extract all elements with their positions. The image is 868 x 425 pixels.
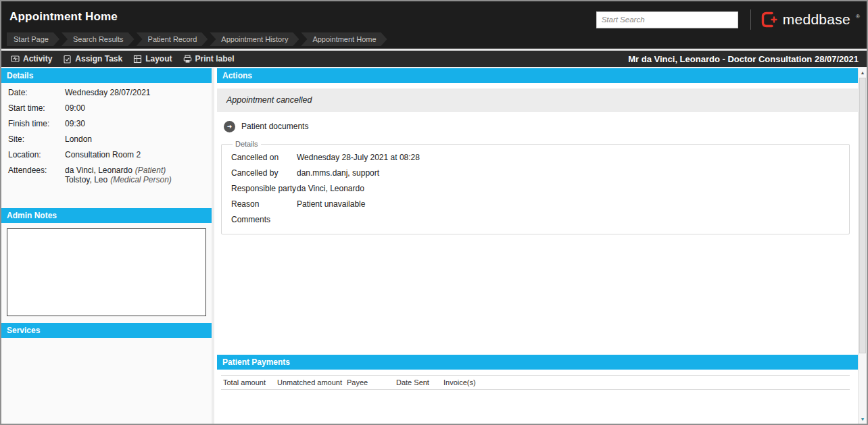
services-header: Services [1, 323, 212, 338]
cancel-row-responsible-party: Responsible party da Vinci, Leonardo [231, 184, 840, 193]
column-header-unmatched-amount: Unmatched amount [275, 376, 345, 389]
detail-label: Date: [8, 88, 65, 97]
detail-value: London [65, 134, 92, 144]
attendee-name: Tolstoy, Leo [65, 175, 107, 184]
scroll-up-arrow[interactable]: ▲ [859, 68, 867, 77]
attendee-name: da Vinci, Leonardo [65, 166, 132, 175]
content-area: Details Date: Wednesday 28/07/2021 Start… [1, 68, 867, 424]
main-panel: Actions Appointment cancelled ➜ Patient … [217, 68, 858, 424]
attendee-role: (Medical Person) [110, 175, 172, 184]
breadcrumb-item-start-page[interactable]: Start Page [7, 32, 59, 46]
detail-row-location: Location: Consultation Room 2 [8, 150, 206, 159]
print-label-button-label: Print label [195, 54, 235, 64]
cancellation-details-fieldset: Details Cancelled on Wednesday 28-July 2… [221, 140, 850, 234]
appointment-context-title: Mr da Vinci, Leonardo - Doctor Consultat… [628, 54, 859, 64]
layout-grid-icon [133, 55, 142, 64]
cancel-row-value: Wednesday 28-July 2021 at 08:28 [297, 153, 420, 162]
top-header: Appointment Home meddbase ® Start Page S… [1, 1, 867, 49]
detail-value: Consultation Room 2 [65, 150, 141, 159]
column-header-invoices: Invoice(s) [441, 376, 850, 389]
cancel-row-cancelled-on: Cancelled on Wednesday 28-July 2021 at 0… [231, 153, 840, 162]
activity-button[interactable]: Activity [5, 51, 57, 67]
attendee-role: (Patient) [135, 166, 166, 175]
logo-text: meddbase [783, 11, 850, 28]
breadcrumb-item-appointment-history[interactable]: Appointment History [210, 32, 299, 46]
cancel-row-cancelled-by: Cancelled by dan.mms.danj, support [231, 169, 840, 178]
detail-label: Attendees: [8, 166, 65, 184]
column-header-total-amount: Total amount [221, 376, 275, 389]
cancel-row-label: Reason [231, 200, 297, 209]
breadcrumb-item-search-results[interactable]: Search Results [62, 32, 135, 46]
cancel-row-value: dan.mms.danj, support [297, 169, 379, 178]
app-window: Appointment Home meddbase ® Start Page S… [0, 0, 868, 425]
header-right-group: meddbase ® [596, 9, 860, 30]
patient-documents-label: Patient documents [241, 122, 308, 131]
patient-documents-link[interactable]: ➜ Patient documents [224, 120, 858, 133]
detail-row-finish-time: Finish time: 09:30 [8, 119, 206, 128]
logo-separator [750, 9, 751, 30]
assign-task-button[interactable]: Assign Task [57, 51, 128, 67]
appointment-status-band: Appointment cancelled [217, 89, 858, 112]
left-sidebar: Details Date: Wednesday 28/07/2021 Start… [1, 68, 214, 424]
admin-notes-header: Admin Notes [1, 208, 212, 223]
patient-payments-section: Patient Payments Total amount Unmatched … [217, 355, 858, 390]
breadcrumb-item-patient-record[interactable]: Patient Record [137, 32, 208, 46]
attendees-list: da Vinci, Leonardo(Patient) Tolstoy, Leo… [65, 166, 172, 184]
column-header-payee: Payee [345, 376, 394, 389]
attendee-item: Tolstoy, Leo(Medical Person) [65, 175, 172, 184]
detail-label: Location: [8, 150, 65, 159]
cancel-row-label: Cancelled on [231, 153, 297, 162]
vertical-scrollbar[interactable]: ▲ ▼ [858, 68, 867, 424]
toolbar: Activity Assign Task Layout Print label … [1, 51, 867, 67]
page-title: Appointment Home [9, 10, 118, 24]
cancel-row-label: Responsible party [231, 184, 297, 193]
layout-button-label: Layout [145, 54, 172, 64]
cancel-row-label: Comments [231, 216, 297, 224]
meddbase-logo-icon [761, 11, 778, 28]
assign-task-button-label: Assign Task [75, 54, 122, 64]
actions-header: Actions [217, 68, 858, 83]
detail-label: Start time: [8, 103, 65, 113]
detail-row-attendees: Attendees: da Vinci, Leonardo(Patient) T… [8, 166, 206, 184]
detail-row-site: Site: London [8, 134, 206, 144]
logo-registered-mark: ® [856, 14, 860, 20]
assign-task-icon [63, 55, 72, 64]
breadcrumb-item-appointment-home[interactable]: Appointment Home [301, 32, 387, 46]
attendee-item: da Vinci, Leonardo(Patient) [65, 166, 166, 175]
column-header-date-sent: Date Sent [394, 376, 441, 389]
breadcrumb: Start Page Search Results Patient Record… [1, 31, 867, 47]
printer-icon [183, 55, 192, 64]
detail-value: 09:00 [65, 103, 85, 113]
meddbase-logo: meddbase ® [761, 11, 860, 28]
detail-value: 09:30 [65, 119, 85, 128]
print-label-button[interactable]: Print label [178, 51, 240, 67]
detail-label: Site: [8, 134, 65, 144]
cancel-row-reason: Reason Patient unavailable [231, 200, 840, 209]
detail-value: Wednesday 28/07/2021 [65, 88, 151, 97]
detail-row-start-time: Start time: 09:00 [8, 103, 206, 113]
detail-row-date: Date: Wednesday 28/07/2021 [8, 88, 206, 97]
details-panel-header: Details [1, 68, 212, 83]
header-row: Appointment Home meddbase ® [1, 1, 867, 31]
detail-label: Finish time: [8, 119, 65, 128]
activity-button-label: Activity [23, 54, 52, 64]
arrow-circle-icon: ➜ [224, 121, 235, 132]
payments-table-header: Total amount Unmatched amount Payee Date… [221, 375, 850, 390]
cancel-row-comments: Comments [231, 216, 840, 224]
admin-notes-body [1, 223, 212, 323]
admin-notes-textarea[interactable] [7, 228, 206, 316]
details-panel-body: Date: Wednesday 28/07/2021 Start time: 0… [1, 83, 212, 208]
appointment-status-text: Appointment cancelled [226, 95, 312, 105]
search-input[interactable] [596, 11, 738, 28]
cancel-row-value: da Vinci, Leonardo [297, 184, 364, 193]
scroll-down-arrow[interactable]: ▼ [859, 415, 867, 424]
scrollbar-thumb[interactable] [859, 78, 866, 353]
patient-payments-header: Patient Payments [217, 355, 858, 370]
cancel-row-label: Cancelled by [231, 169, 297, 178]
cancellation-details-legend: Details [233, 140, 261, 148]
activity-icon [11, 55, 20, 64]
layout-button[interactable]: Layout [128, 51, 177, 67]
cancel-row-value: Patient unavailable [297, 200, 365, 209]
